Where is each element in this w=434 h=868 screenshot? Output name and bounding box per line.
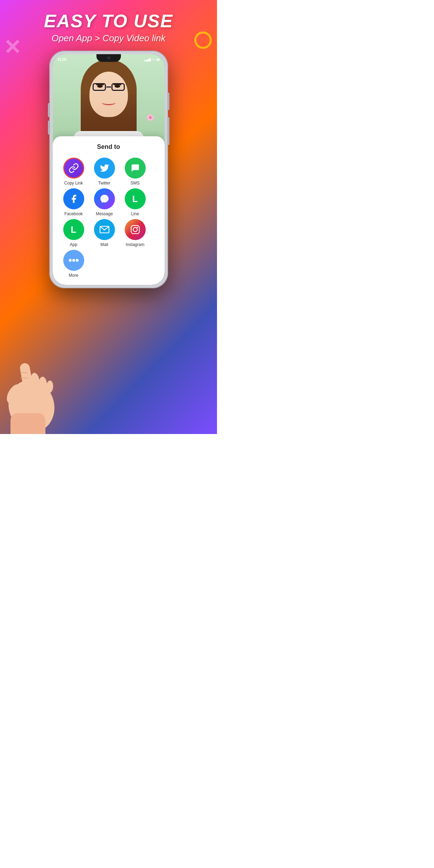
mail-icon <box>94 219 115 240</box>
svg-point-3 <box>137 227 138 228</box>
message-label: Message <box>96 211 113 216</box>
share-title: Send to <box>58 143 159 151</box>
svg-point-2 <box>133 227 137 232</box>
share-item-app[interactable]: L App <box>60 219 88 247</box>
wifi-icon: ⊙ <box>152 58 155 61</box>
phone-mockup: 11:50 ▂▄▆ ⊙ ▮▮ <box>0 51 217 288</box>
share-sheet: Send to Copy Link <box>53 136 165 285</box>
share-item-facebook[interactable]: Facebook <box>60 188 88 216</box>
glasses-frames <box>90 83 128 91</box>
flower: 🌸 <box>146 114 154 121</box>
more-label: More <box>69 273 78 278</box>
line-label: Line <box>131 211 139 216</box>
phone-notch <box>96 54 121 62</box>
svg-point-4 <box>69 259 72 262</box>
left-glass <box>93 83 106 91</box>
share-item-twitter[interactable]: Twitter <box>91 158 118 186</box>
more-icon <box>63 250 84 271</box>
share-item-mail[interactable]: Mail <box>91 219 118 247</box>
header-section: EASY TO USE Open App > Copy Video link <box>0 0 217 44</box>
line-icon: L <box>125 188 146 209</box>
instagram-label: Instagram <box>126 242 144 247</box>
vol-up-button <box>48 103 49 117</box>
mouth <box>102 100 116 105</box>
signal-icon: ▂▄▆ <box>144 58 151 61</box>
power-button-2 <box>168 117 169 145</box>
sms-label: SMS <box>130 181 139 186</box>
share-item-copy-link[interactable]: Copy Link <box>60 158 88 186</box>
share-item-more[interactable]: More <box>60 250 88 278</box>
glasses-bridge <box>106 87 111 88</box>
twitter-icon <box>94 158 115 179</box>
phone-camera <box>107 56 110 60</box>
mail-label: Mail <box>100 242 108 247</box>
phone-frame: 11:50 ▂▄▆ ⊙ ▮▮ <box>49 51 168 288</box>
glasses <box>90 83 128 91</box>
phone-screen: 11:50 ▂▄▆ ⊙ ▮▮ <box>53 54 165 285</box>
page-wrapper: ✕ EASY TO USE Open App > Copy Video link… <box>0 0 217 434</box>
messenger-icon <box>94 188 115 209</box>
copy-link-label: Copy Link <box>64 181 83 186</box>
right-glass <box>111 83 125 91</box>
twitter-label: Twitter <box>98 181 110 186</box>
main-title: EASY TO USE <box>0 10 217 31</box>
battery-icon: ▮▮ <box>156 58 160 61</box>
share-item-sms[interactable]: SMS <box>121 158 149 186</box>
app-letter: L <box>71 224 77 235</box>
app-icon: L <box>63 219 84 240</box>
facebook-icon <box>63 188 84 209</box>
line-letter: L <box>132 194 138 204</box>
status-icons: ▂▄▆ ⊙ ▮▮ <box>144 58 159 61</box>
face <box>89 72 128 117</box>
share-item-message[interactable]: Message <box>91 188 118 216</box>
status-time: 11:50 <box>58 58 67 62</box>
share-grid: Copy Link Twitter <box>58 158 159 278</box>
copy-link-icon <box>63 158 84 179</box>
svg-point-6 <box>76 259 79 262</box>
share-item-line[interactable]: L Line <box>121 188 149 216</box>
svg-rect-1 <box>131 225 139 233</box>
sms-icon <box>125 158 146 179</box>
power-button <box>168 93 169 110</box>
app-label: App <box>70 242 77 247</box>
sub-title: Open App > Copy Video link <box>0 33 217 44</box>
share-item-instagram[interactable]: Instagram <box>121 219 149 247</box>
vol-down-button <box>48 121 49 135</box>
instagram-icon <box>125 219 146 240</box>
svg-point-5 <box>72 259 75 262</box>
facebook-label: Facebook <box>64 211 83 216</box>
